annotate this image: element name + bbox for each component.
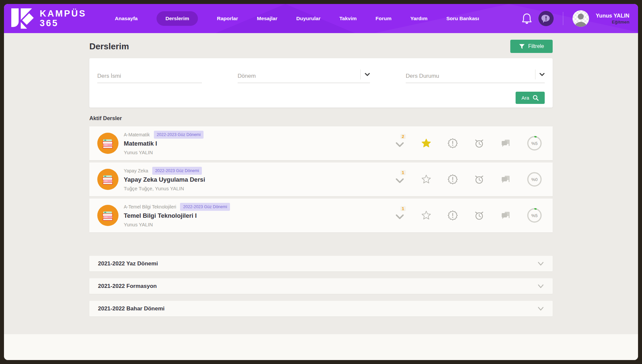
page-footer <box>4 334 638 360</box>
brand-logo[interactable]: KAMPÜS 365 <box>11 8 86 29</box>
header-divider <box>563 12 563 25</box>
active-courses-label: Aktif Dersler <box>89 115 553 121</box>
term-accordion-bahar[interactable]: 2021-2022 Bahar Dönemi <box>89 301 553 316</box>
course-card[interactable]: A-Temel Bilgi Teknolojileri 2022-2023 Gü… <box>89 199 553 232</box>
course-instructors: Yunus YALIN <box>124 149 204 156</box>
favorite-star-button[interactable] <box>413 210 439 221</box>
nav-item-duyurular[interactable]: Duyurular <box>296 11 320 26</box>
progress-percent-label: %0 <box>527 172 542 187</box>
app-window: KAMPÜS 365 Anasayfa Derslerim Raporlar M… <box>4 4 638 360</box>
brand-name: KAMPÜS 365 <box>40 9 86 28</box>
messages-button[interactable] <box>492 138 519 149</box>
main-nav: Anasayfa Derslerim Raporlar Mesajlar Duy… <box>115 11 479 26</box>
nav-item-raporlar[interactable]: Raporlar <box>217 11 238 26</box>
user-role: Eğitmen <box>596 19 629 25</box>
nav-item-anasayfa[interactable]: Anasayfa <box>115 11 138 26</box>
announcements-button[interactable] <box>439 174 466 185</box>
nav-item-yardim[interactable]: Yardım <box>410 11 428 26</box>
alarm-clock-icon <box>474 210 484 221</box>
nav-item-forum[interactable]: Forum <box>376 11 391 26</box>
course-name-input[interactable] <box>97 73 202 79</box>
chevron-down-icon <box>395 142 404 148</box>
course-list: A-Matematik 2022-2023 Güz Dönemi Matemat… <box>89 126 553 232</box>
top-navbar: KAMPÜS 365 Anasayfa Derslerim Raporlar M… <box>4 4 638 33</box>
course-term-badge: 2022-2023 Güz Dönemi <box>180 203 230 211</box>
reminders-button[interactable] <box>466 174 492 185</box>
course-instructors: Yunus YALIN <box>124 221 230 228</box>
announcements-button[interactable] <box>439 210 466 221</box>
past-term-sections: 2021-2022 Yaz Dönemi 2021-2022 Formasyon… <box>89 256 553 316</box>
notifications-bell-icon[interactable] <box>522 13 532 24</box>
favorite-star-button[interactable] <box>413 138 439 149</box>
filter-button[interactable]: Filtrele <box>510 40 553 53</box>
favorite-star-button[interactable] <box>413 174 439 185</box>
messages-button[interactable] <box>492 210 519 221</box>
announcements-button[interactable] <box>439 138 466 149</box>
messages-button[interactable] <box>492 174 519 185</box>
star-icon <box>421 174 432 185</box>
user-avatar[interactable] <box>573 10 589 27</box>
feedback-icon[interactable] <box>538 11 554 26</box>
expand-course-button[interactable]: 1 <box>387 211 413 220</box>
expand-course-button[interactable]: 1 <box>387 175 413 184</box>
nav-item-derslerim[interactable]: Derslerim <box>157 11 198 26</box>
search-button[interactable]: Ara <box>516 92 545 104</box>
notification-count-badge: 2 <box>400 134 406 139</box>
chevron-down-icon <box>395 178 404 184</box>
course-code: A-Matematik <box>124 131 150 138</box>
funnel-icon <box>519 44 525 49</box>
chat-bubbles-icon <box>500 138 511 149</box>
course-title[interactable]: Matematik I <box>124 139 204 148</box>
main-content: Derslerim Filtrele Dönem <box>4 33 638 334</box>
course-books-icon <box>97 205 118 226</box>
course-instructors: Tuğçe Tuğçe, Yunus YALIN <box>124 185 205 192</box>
course-card[interactable]: A-Matematik 2022-2023 Güz Dönemi Matemat… <box>89 126 553 160</box>
course-code: Yapay Zeka <box>124 167 148 174</box>
nav-item-takvim[interactable]: Takvim <box>339 11 356 26</box>
star-icon <box>421 210 432 221</box>
person-silhouette-icon <box>573 10 589 27</box>
term-accordion-formasyon[interactable]: 2021-2022 Formasyon <box>89 278 553 294</box>
status-select[interactable]: Ders Durumu <box>406 69 545 83</box>
chevron-down-icon <box>539 72 545 77</box>
speech-exclamation-icon <box>541 14 551 23</box>
notification-count-badge: 1 <box>400 170 406 175</box>
alarm-clock-icon <box>474 138 484 149</box>
chat-bubbles-icon <box>500 210 511 221</box>
expand-course-button[interactable]: 2 <box>387 139 413 148</box>
term-select[interactable]: Dönem <box>238 69 370 83</box>
nav-item-soru-bankasi[interactable]: Soru Bankası <box>446 11 479 26</box>
course-code: A-Temel Bilgi Teknolojileri <box>124 204 176 210</box>
course-title[interactable]: Yapay Zeka Uygulama Dersi <box>124 175 205 184</box>
page-title: Derslerim <box>89 41 129 52</box>
progress-ring: %5 <box>527 208 542 223</box>
progress-ring: %0 <box>527 172 542 187</box>
progress-ring: %5 <box>527 136 542 151</box>
reminders-button[interactable] <box>466 210 492 221</box>
progress-percent-label: %5 <box>527 136 542 151</box>
user-name: Yunus YALIN <box>596 12 629 19</box>
reminders-button[interactable] <box>466 138 492 149</box>
course-books-icon <box>97 133 118 154</box>
nav-item-mesajlar[interactable]: Mesajlar <box>257 11 277 26</box>
chevron-down-icon <box>365 72 370 77</box>
term-accordion-yaz[interactable]: 2021-2022 Yaz Dönemi <box>89 256 553 271</box>
chevron-down-icon <box>395 214 404 220</box>
notification-count-badge: 1 <box>400 206 406 211</box>
user-menu[interactable]: Yunus YALIN Eğitmen <box>596 12 629 25</box>
course-term-badge: 2022-2023 Güz Dönemi <box>154 131 204 139</box>
star-icon <box>421 138 432 149</box>
alert-seal-icon <box>447 174 458 185</box>
course-name-field[interactable] <box>97 69 202 83</box>
search-icon <box>532 95 539 101</box>
course-card[interactable]: Yapay Zeka 2022-2023 Güz Dönemi Yapay Ze… <box>89 162 553 196</box>
alert-seal-icon <box>447 138 458 149</box>
alarm-clock-icon <box>474 174 484 185</box>
chat-bubbles-icon <box>500 174 511 185</box>
chevron-down-icon <box>537 260 544 267</box>
alert-seal-icon <box>447 210 458 221</box>
course-books-icon <box>97 169 118 190</box>
course-term-badge: 2022-2023 Güz Dönemi <box>152 167 202 175</box>
course-title[interactable]: Temel Bilgi Teknolojileri I <box>124 211 230 220</box>
chevron-down-icon <box>537 283 544 290</box>
